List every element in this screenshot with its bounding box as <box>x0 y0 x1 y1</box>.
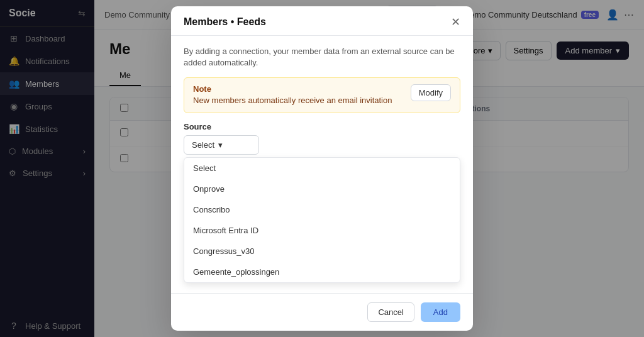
source-label: Source <box>184 122 460 131</box>
dropdown-option-onprove[interactable]: Onprove <box>184 179 460 199</box>
cancel-button[interactable]: Cancel <box>367 302 414 322</box>
source-select[interactable]: Select ▾ <box>184 135 259 155</box>
modal-title: Members • Feeds <box>184 16 266 28</box>
modal-note: Note New members automatically receive a… <box>184 77 460 113</box>
note-text: New members automatically receive an ema… <box>193 95 404 106</box>
dropdown-option-microsoft[interactable]: Microsoft Entra ID <box>184 220 460 241</box>
chevron-down-icon: ▾ <box>218 140 223 150</box>
feeds-modal: Members • Feeds ✕ By adding a connection… <box>171 6 473 331</box>
modal-overlay: Members • Feeds ✕ By adding a connection… <box>0 0 644 337</box>
modal-header: Members • Feeds ✕ <box>171 6 473 36</box>
close-icon[interactable]: ✕ <box>451 16 460 28</box>
modal-footer: Cancel Add <box>171 293 473 331</box>
modal-subtitle: By adding a connection, your member data… <box>184 46 460 69</box>
dropdown-option-conscribo[interactable]: Conscribo <box>184 199 460 220</box>
modal-body: By adding a connection, your member data… <box>171 36 473 294</box>
dropdown-option-gemeente[interactable]: Gemeente_oplossingen <box>184 262 460 282</box>
modify-button[interactable]: Modify <box>411 84 451 101</box>
dropdown-option-select[interactable]: Select <box>184 158 460 179</box>
dropdown-option-congressus[interactable]: Congressus_v30 <box>184 241 460 262</box>
note-title: Note <box>193 84 404 94</box>
source-dropdown: Select Onprove Conscribo Microsoft Entra… <box>184 157 460 283</box>
add-button[interactable]: Add <box>421 302 460 322</box>
